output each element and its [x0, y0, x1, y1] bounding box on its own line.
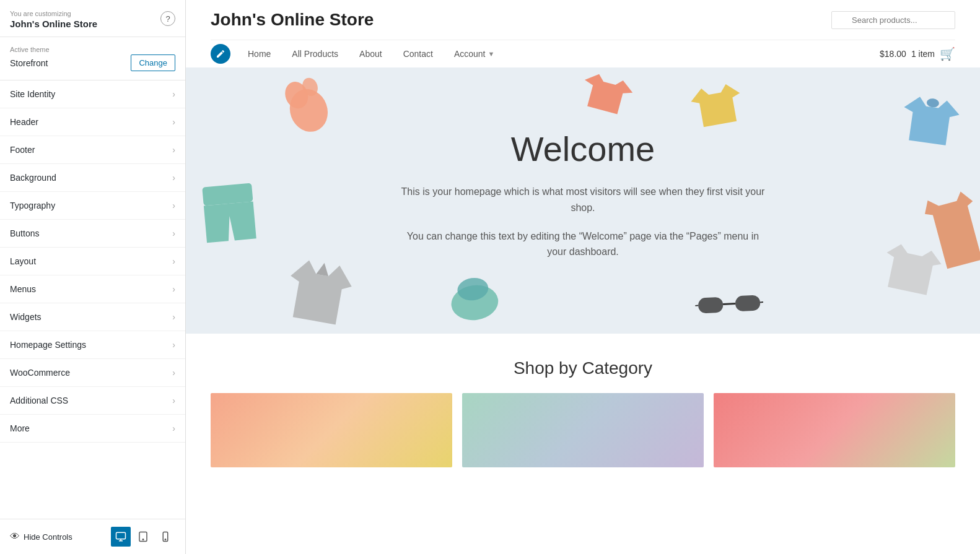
category-grid: [211, 393, 955, 467]
chevron-right-icon-widgets: ›: [172, 312, 175, 322]
change-theme-button[interactable]: Change: [131, 54, 175, 71]
sidebar-item-background[interactable]: Background ›: [0, 164, 185, 192]
clothing-item-8: [694, 285, 764, 320]
sidebar-item-label-header: Header: [10, 117, 38, 127]
sidebar-item-label-additional-css: Additional CSS: [10, 396, 68, 405]
hero-text-1: This is your homepage which is what most…: [397, 184, 769, 215]
sidebar-item-menus[interactable]: Menus ›: [0, 275, 185, 303]
sidebar-item-widgets[interactable]: Widgets ›: [0, 303, 185, 331]
cart-items-count: 1 item: [911, 49, 935, 59]
chevron-right-icon-background: ›: [172, 173, 175, 183]
sidebar-item-label-woocommerce: WooCommerce: [10, 368, 70, 378]
sidebar-item-label-more: More: [10, 423, 30, 433]
sidebar-item-typography[interactable]: Typography ›: [0, 192, 185, 220]
hide-controls-label: Hide Controls: [24, 532, 72, 542]
sidebar-item-label-layout: Layout: [10, 256, 36, 266]
sidebar-item-buttons[interactable]: Buttons ›: [0, 220, 185, 248]
category-card-1[interactable]: [211, 393, 452, 467]
chevron-right-icon-site-identity: ›: [172, 89, 175, 99]
sidebar-item-layout[interactable]: Layout ›: [0, 248, 185, 275]
search-wrapper: 🔍: [831, 11, 955, 29]
sidebar-footer: 👁 Hide Controls: [0, 519, 185, 554]
chevron-right-icon-buttons: ›: [172, 228, 175, 238]
chevron-right-icon-menus: ›: [172, 284, 175, 294]
clothing-item-6: [279, 254, 358, 332]
help-button[interactable]: ?: [160, 11, 175, 26]
clothing-item-7: [443, 268, 505, 325]
tablet-view-button[interactable]: [133, 527, 153, 547]
chevron-right-icon-layout: ›: [172, 256, 175, 266]
nav-all-products[interactable]: All Products: [282, 40, 348, 67]
nav-about[interactable]: About: [349, 40, 392, 67]
clothing-item-10: [921, 186, 980, 277]
clothing-item-1: [270, 67, 344, 143]
clothing-item-2: [577, 67, 636, 119]
sidebar-item-label-footer: Footer: [10, 145, 35, 155]
shop-section: Shop by Category: [186, 334, 980, 480]
chevron-right-icon-woocommerce: ›: [172, 368, 175, 378]
cart-amount: $18.00: [880, 49, 906, 59]
svg-rect-11: [202, 183, 253, 206]
sidebar-item-label-typography: Typography: [10, 201, 55, 210]
chevron-right-icon-footer: ›: [172, 145, 175, 155]
active-theme-section: Active theme Storefront Change: [0, 37, 185, 80]
nav-edit-button[interactable]: [211, 44, 230, 64]
account-chevron-icon: ▼: [488, 50, 495, 58]
store-title: John's Online Store: [211, 10, 374, 30]
cart-icon[interactable]: 🛒: [940, 46, 955, 61]
clothing-item-5: [195, 176, 263, 249]
sidebar-item-label-widgets: Widgets: [10, 312, 42, 322]
hide-controls-button[interactable]: 👁 Hide Controls: [10, 531, 72, 542]
eye-icon: 👁: [10, 531, 20, 542]
chevron-right-icon-typography: ›: [172, 201, 175, 210]
svg-point-13: [456, 276, 490, 303]
active-theme-label: Active theme: [10, 46, 175, 53]
sidebar-item-header[interactable]: Header ›: [0, 108, 185, 136]
hero-content: Welcome This is your homepage which is w…: [397, 129, 769, 272]
mobile-view-button[interactable]: [155, 527, 175, 547]
nav-home[interactable]: Home: [238, 40, 281, 67]
chevron-right-icon-more: ›: [172, 423, 175, 433]
view-toggle-group: [111, 527, 175, 547]
svg-point-6: [165, 539, 166, 540]
svg-point-7: [284, 84, 333, 137]
svg-line-16: [723, 303, 735, 304]
hero-text-2: You can change this text by editing the …: [397, 228, 769, 260]
active-theme-name: Storefront: [10, 58, 48, 68]
sidebar-item-woocommerce[interactable]: WooCommerce ›: [0, 359, 185, 387]
sidebar-item-more[interactable]: More ›: [0, 415, 185, 443]
chevron-right-icon-additional-css: ›: [172, 396, 175, 405]
sidebar-item-label-homepage-settings: Homepage Settings: [10, 340, 86, 350]
desktop-view-button[interactable]: [111, 527, 131, 547]
cart-area: $18.00 1 item 🛒: [880, 46, 955, 61]
svg-point-9: [300, 76, 320, 98]
category-card-3[interactable]: [714, 393, 955, 467]
svg-point-4: [142, 539, 144, 540]
sidebar-item-site-identity[interactable]: Site Identity ›: [0, 80, 185, 108]
svg-point-12: [449, 282, 501, 323]
hero-title: Welcome: [397, 129, 769, 169]
shop-section-title: Shop by Category: [211, 358, 955, 378]
nav-contact[interactable]: Contact: [393, 40, 443, 67]
nav-account[interactable]: Account ▼: [444, 40, 504, 67]
svg-rect-10: [926, 98, 940, 108]
sidebar-top-bar: You are customizing John's Online Store …: [0, 0, 185, 37]
customizing-site-name: John's Online Store: [10, 19, 97, 29]
clothing-item-3: [685, 76, 749, 134]
chevron-right-icon-homepage-settings: ›: [172, 340, 175, 350]
category-card-2[interactable]: [462, 393, 704, 467]
sidebar-item-footer[interactable]: Footer ›: [0, 136, 185, 164]
nav-links: Home All Products About Contact Account …: [238, 40, 880, 67]
store-title-row: John's Online Store 🔍: [211, 10, 955, 30]
active-theme-row: Storefront Change: [10, 54, 175, 71]
chevron-right-icon-header: ›: [172, 117, 175, 127]
sidebar-item-homepage-settings[interactable]: Homepage Settings ›: [0, 331, 185, 359]
store-nav: Home All Products About Contact Account …: [211, 40, 955, 67]
sidebar-item-additional-css[interactable]: Additional CSS ›: [0, 387, 185, 415]
clothing-item-4: [896, 88, 965, 152]
sidebar-menu: Site Identity › Header › Footer › Backgr…: [0, 80, 185, 519]
store-header: John's Online Store 🔍 Home All Products …: [186, 0, 980, 67]
search-input[interactable]: [831, 11, 955, 29]
customizing-label: You are customizing: [10, 10, 97, 17]
preview-area: John's Online Store 🔍 Home All Products …: [186, 0, 980, 554]
